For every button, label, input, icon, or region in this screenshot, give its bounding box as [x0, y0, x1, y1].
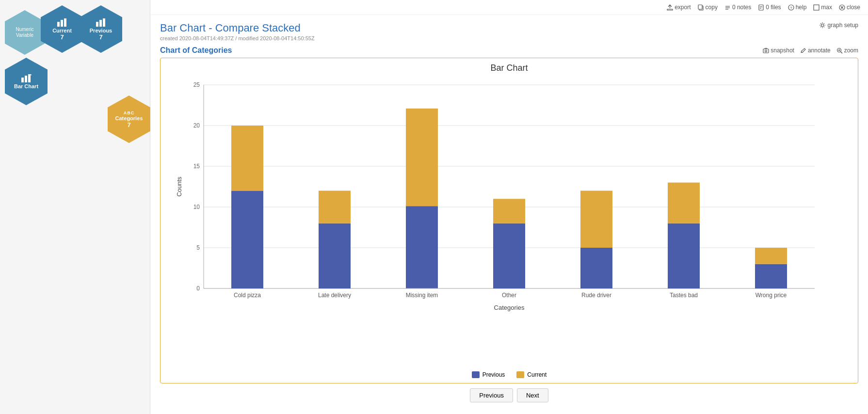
hex-label-categories: Categories	[115, 115, 143, 121]
chart-legend: Previous Current	[165, 371, 853, 378]
hex-bar-chart[interactable]: Bar Chart	[5, 58, 48, 105]
title-section: Bar Chart - Compare Stacked created 2020…	[160, 22, 819, 41]
hex-label-previous: Previous	[90, 28, 112, 33]
svg-text:Wrong price: Wrong price	[755, 292, 787, 299]
next-button[interactable]: Next	[517, 388, 548, 402]
svg-text:5: 5	[196, 244, 200, 251]
svg-text:Missing item: Missing item	[406, 292, 438, 299]
svg-rect-58	[580, 248, 612, 288]
pagination: Previous Next	[160, 383, 858, 407]
legend-current-label: Current	[527, 371, 547, 378]
svg-rect-2	[64, 18, 66, 27]
svg-rect-46	[231, 191, 263, 288]
hex-previous[interactable]: Previous 7	[80, 5, 122, 53]
chart-title: Bar Chart - Compare Stacked	[160, 22, 819, 34]
svg-text:15: 15	[193, 163, 200, 170]
svg-rect-8	[28, 74, 31, 82]
content-area: Bar Chart - Compare Stacked created 2020…	[150, 15, 868, 414]
hex-categories[interactable]: ABC Categories 7	[108, 96, 150, 143]
bar-chart-icon	[57, 18, 67, 27]
chart-header-row: Bar Chart - Compare Stacked created 2020…	[160, 22, 858, 41]
svg-rect-56	[493, 199, 525, 223]
svg-rect-64	[755, 264, 787, 288]
svg-rect-7	[25, 76, 27, 82]
svg-rect-49	[319, 223, 351, 288]
hex-row: NumericVariable Current 7 Previo	[0, 2, 150, 105]
hex-count-categories: 7	[127, 121, 130, 128]
hex-count-current: 7	[60, 33, 64, 41]
left-panel: NumericVariable Current 7 Previo	[0, 0, 150, 414]
svg-rect-50	[319, 191, 351, 223]
svg-rect-61	[668, 223, 700, 288]
legend-current: Current	[516, 371, 547, 378]
right-panel: export copy 0 notes 0 files ? help max	[150, 0, 868, 414]
snapshot-icon	[763, 48, 769, 54]
svg-rect-52	[406, 199, 438, 288]
svg-rect-62	[668, 183, 700, 223]
legend-current-box	[516, 371, 524, 378]
svg-rect-53	[406, 109, 438, 207]
svg-text:Categories: Categories	[494, 304, 525, 311]
svg-rect-24	[763, 49, 769, 53]
hex-label-current: Current	[52, 28, 72, 33]
svg-text:20: 20	[193, 122, 200, 129]
close-icon	[839, 4, 845, 11]
svg-rect-1	[61, 20, 63, 27]
svg-text:Rude driver: Rude driver	[581, 292, 611, 299]
annotate-button[interactable]: annotate	[800, 47, 831, 54]
annotate-icon	[800, 48, 806, 54]
copy-icon	[698, 4, 704, 11]
snapshot-button[interactable]: snapshot	[763, 47, 794, 54]
hex-current[interactable]: Current 7	[41, 5, 83, 53]
copy-button[interactable]: copy	[698, 4, 718, 11]
export-button[interactable]: export	[667, 4, 691, 11]
svg-text:0: 0	[196, 285, 200, 292]
graph-setup-button[interactable]: graph setup	[819, 22, 858, 29]
svg-rect-14	[759, 5, 763, 10]
notes-button[interactable]: 0 notes	[724, 4, 751, 11]
svg-rect-19	[814, 5, 819, 10]
help-button[interactable]: ? help	[788, 4, 807, 11]
export-icon	[667, 4, 673, 11]
svg-rect-55	[493, 223, 525, 288]
section-header: Chart of Categories snapshot annotate zo…	[160, 46, 858, 55]
svg-line-28	[840, 51, 842, 53]
svg-text:25: 25	[193, 81, 200, 88]
svg-text:Other: Other	[502, 292, 516, 299]
bar-chart-svg: 0 5 10 15 20 25 Counts	[175, 75, 844, 327]
chart-inner-title: Bar Chart	[165, 63, 853, 73]
svg-rect-59	[580, 191, 612, 248]
chart-svg-area: 0 5 10 15 20 25 Counts	[165, 75, 853, 368]
svg-rect-10	[698, 5, 702, 9]
previous-button[interactable]: Previous	[470, 388, 513, 402]
help-icon: ?	[788, 4, 794, 11]
hex-count-previous: 7	[99, 33, 102, 41]
legend-previous: Previous	[472, 371, 505, 378]
svg-text:10: 10	[193, 204, 200, 210]
hex-numeric-variable[interactable]: NumericVariable	[5, 10, 45, 55]
legend-previous-box	[472, 371, 480, 378]
svg-text:Tastes bad: Tastes bad	[670, 292, 698, 299]
bar-chart-icon-3	[21, 74, 32, 82]
gear-icon	[819, 22, 826, 29]
hex-categories-wrapper: ABC Categories 7	[108, 96, 150, 143]
close-button[interactable]: close	[839, 4, 860, 11]
svg-text:Late delivery: Late delivery	[318, 292, 351, 299]
graph-setup-area: graph setup	[819, 22, 858, 29]
hex-label-barchart: Bar Chart	[14, 83, 38, 89]
svg-rect-3	[96, 22, 98, 27]
hex-abc-label: ABC	[124, 111, 135, 115]
bar-chart-icon-2	[96, 18, 106, 27]
svg-rect-65	[755, 248, 787, 264]
svg-text:Cold pizza: Cold pizza	[234, 292, 261, 299]
chart-area: Bar Chart	[160, 58, 858, 383]
files-button[interactable]: 0 files	[758, 4, 781, 11]
svg-rect-0	[57, 22, 60, 27]
chart-meta: created 2020-08-04T14:49:37Z / modified …	[160, 35, 819, 41]
svg-rect-5	[103, 18, 105, 27]
svg-rect-6	[21, 78, 24, 82]
top-actions: export copy 0 notes 0 files ? help max	[150, 0, 868, 15]
zoom-button[interactable]: zoom	[836, 47, 858, 54]
legend-previous-label: Previous	[482, 371, 505, 378]
max-button[interactable]: max	[813, 4, 832, 11]
